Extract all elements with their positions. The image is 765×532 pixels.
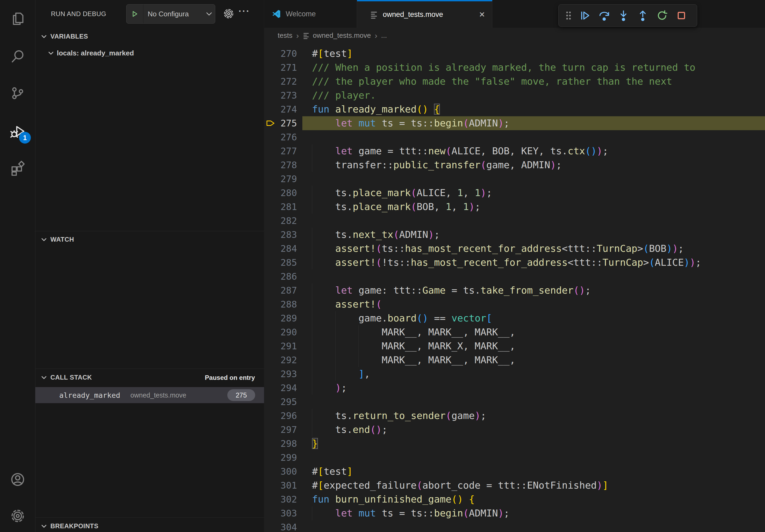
code-line[interactable]: 304 — [264, 520, 765, 532]
breakpoint-gutter[interactable] — [264, 339, 276, 353]
breakpoint-gutter[interactable] — [264, 409, 276, 423]
breakpoint-gutter[interactable] — [264, 367, 276, 381]
run-and-debug-icon[interactable]: 1 — [0, 119, 35, 144]
code-editor[interactable]: 270#[test]271/// When a position is alre… — [264, 43, 765, 532]
execution-pointer-icon[interactable] — [264, 116, 276, 130]
source-control-icon[interactable] — [0, 80, 35, 106]
step-out-icon[interactable] — [637, 9, 649, 22]
step-over-icon[interactable] — [598, 9, 610, 22]
code-line[interactable]: 293 ], — [264, 367, 765, 381]
breakpoint-gutter[interactable] — [264, 130, 276, 144]
code-line[interactable]: 275 let mut ts = ts::begin(ADMIN); — [264, 116, 765, 130]
code-line[interactable]: 285 assert!(!ts::has_most_recent_for_add… — [264, 256, 765, 269]
breakpoint-gutter[interactable] — [264, 423, 276, 437]
breakpoint-gutter[interactable] — [264, 450, 276, 464]
breakpoint-gutter[interactable] — [264, 256, 276, 269]
toolbar-drag-handle-icon[interactable] — [564, 9, 573, 22]
call-stack-section-header[interactable]: CALL STACK Paused on entry — [35, 371, 264, 385]
step-into-icon[interactable] — [617, 9, 630, 22]
code-line[interactable]: 291 MARK__, MARK_X, MARK__, — [264, 339, 765, 353]
code-line[interactable]: 299 — [264, 450, 765, 464]
close-icon[interactable]: ✕ — [479, 10, 485, 19]
breakpoint-gutter[interactable] — [264, 464, 276, 478]
breadcrumb-item[interactable]: owned_tests.move — [313, 31, 371, 40]
breakpoint-gutter[interactable] — [264, 186, 276, 200]
code-line[interactable]: 272/// the player who made the "false" m… — [264, 75, 765, 89]
restart-icon[interactable] — [656, 9, 668, 22]
code-line[interactable]: 289 game.board() == vector[ — [264, 311, 765, 325]
debug-settings-gear-icon[interactable] — [223, 8, 234, 19]
code-line[interactable]: 279 — [264, 172, 765, 186]
breakpoint-gutter[interactable] — [264, 61, 276, 75]
search-icon[interactable] — [0, 43, 35, 69]
code-line[interactable]: 303 let mut ts = ts::begin(ADMIN); — [264, 506, 765, 520]
call-stack-frame-row[interactable]: already_marked owned_tests.move 275 — [35, 387, 264, 403]
code-line[interactable]: 296 ts.return_to_sender(game); — [264, 409, 765, 423]
settings-gear-icon[interactable] — [0, 503, 35, 529]
variables-locals-row[interactable]: locals: already_marked — [35, 46, 264, 60]
breakpoints-section-header[interactable]: BREAKPOINTS — [35, 519, 264, 532]
breakpoint-gutter[interactable] — [264, 102, 276, 116]
breakpoint-gutter[interactable] — [264, 158, 276, 172]
code-line[interactable]: 298} — [264, 437, 765, 450]
extensions-icon[interactable] — [0, 155, 35, 181]
code-line[interactable]: 295 — [264, 395, 765, 409]
code-line[interactable]: 281 ts.place_mark(BOB, 1, 1); — [264, 200, 765, 214]
breakpoint-gutter[interactable] — [264, 144, 276, 158]
code-line[interactable]: 280 ts.place_mark(ALICE, 1, 1); — [264, 186, 765, 200]
debug-config-dropdown[interactable]: No Configura — [126, 4, 215, 24]
breakpoint-gutter[interactable] — [264, 492, 276, 506]
breakpoint-gutter[interactable] — [264, 89, 276, 102]
breakpoint-gutter[interactable] — [264, 506, 276, 520]
code-line[interactable]: 274fun already_marked() { — [264, 102, 765, 116]
stop-icon[interactable] — [675, 9, 688, 22]
breakpoint-gutter[interactable] — [264, 311, 276, 325]
breakpoint-gutter[interactable] — [264, 520, 276, 532]
code-line[interactable]: 282 — [264, 214, 765, 228]
code-line[interactable]: 294 ); — [264, 381, 765, 395]
code-line[interactable]: 271/// When a position is already marked… — [264, 61, 765, 75]
breakpoint-gutter[interactable] — [264, 214, 276, 228]
continue-icon[interactable] — [579, 9, 591, 22]
start-debug-icon[interactable] — [127, 5, 143, 23]
breakpoint-gutter[interactable] — [264, 478, 276, 492]
code-line[interactable]: 286 — [264, 269, 765, 283]
code-line[interactable]: 273/// player. — [264, 89, 765, 102]
code-line[interactable]: 290 MARK__, MARK__, MARK__, — [264, 325, 765, 339]
variables-section-header[interactable]: VARIABLES — [35, 30, 264, 43]
breakpoint-gutter[interactable] — [264, 297, 276, 311]
accounts-icon[interactable] — [0, 467, 35, 492]
code-line[interactable]: 276 — [264, 130, 765, 144]
watch-section-header[interactable]: WATCH — [35, 232, 264, 246]
code-line[interactable]: 284 assert!(ts::has_most_recent_for_addr… — [264, 242, 765, 256]
breadcrumb-item[interactable]: tests — [278, 31, 293, 40]
breakpoint-gutter[interactable] — [264, 172, 276, 186]
more-actions-icon[interactable]: ··· — [239, 6, 250, 16]
code-line[interactable]: 300#[test] — [264, 464, 765, 478]
code-line[interactable]: 287 let game: ttt::Game = ts.take_from_s… — [264, 283, 765, 297]
breakpoint-gutter[interactable] — [264, 269, 276, 283]
breakpoint-gutter[interactable] — [264, 242, 276, 256]
code-line[interactable]: 288 assert!( — [264, 297, 765, 311]
breakpoint-gutter[interactable] — [264, 353, 276, 367]
breakpoint-gutter[interactable] — [264, 437, 276, 450]
breakpoint-gutter[interactable] — [264, 200, 276, 214]
breakpoint-gutter[interactable] — [264, 75, 276, 89]
code-line[interactable]: 283 ts.next_tx(ADMIN); — [264, 228, 765, 242]
code-line[interactable]: 297 ts.end(); — [264, 423, 765, 437]
explorer-icon[interactable] — [0, 6, 35, 32]
code-line[interactable]: 302fun burn_unfinished_game() { — [264, 492, 765, 506]
breakpoint-gutter[interactable] — [264, 325, 276, 339]
code-line[interactable]: 277 let game = ttt::new(ALICE, BOB, KEY,… — [264, 144, 765, 158]
breakpoint-gutter[interactable] — [264, 395, 276, 409]
code-line[interactable]: 270#[test] — [264, 47, 765, 61]
tab-welcome[interactable]: Welcome — [264, 0, 357, 28]
code-line[interactable]: 301#[expected_failure(abort_code = ttt::… — [264, 478, 765, 492]
code-line[interactable]: 292 MARK__, MARK__, MARK__, — [264, 353, 765, 367]
breakpoint-gutter[interactable] — [264, 228, 276, 242]
breakpoint-gutter[interactable] — [264, 47, 276, 61]
code-line[interactable]: 278 transfer::public_transfer(game, ADMI… — [264, 158, 765, 172]
breadcrumb-item[interactable]: ... — [381, 31, 387, 40]
breakpoint-gutter[interactable] — [264, 283, 276, 297]
breakpoint-gutter[interactable] — [264, 381, 276, 395]
